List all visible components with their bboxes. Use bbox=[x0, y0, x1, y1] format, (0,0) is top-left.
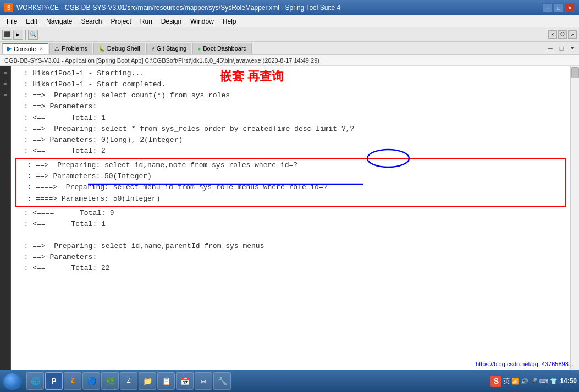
console-tab-icon: ▶ bbox=[7, 45, 12, 52]
window-controls[interactable]: ─ □ ✕ bbox=[543, 3, 575, 12]
minimize-view-button[interactable]: ─ bbox=[546, 44, 555, 53]
console-line: : ==> Parameters: bbox=[15, 252, 566, 263]
maximize-view-button[interactable]: □ bbox=[557, 44, 566, 53]
tab-problems[interactable]: ⚠ Problems bbox=[49, 43, 92, 54]
tab-debug-label: Debug Shell bbox=[107, 45, 140, 52]
close-button[interactable]: ✕ bbox=[565, 3, 575, 12]
tab-bar-right: ─ □ ▾ bbox=[546, 44, 577, 53]
system-clock: 14:50 bbox=[560, 377, 577, 385]
taskbar-app-2[interactable]: 📋 bbox=[157, 372, 175, 390]
left-gutter: ≡ ≡ ≡ bbox=[0, 66, 11, 376]
console-tab-close[interactable]: ✕ bbox=[39, 46, 43, 52]
taskbar-app-4[interactable]: ✉ bbox=[195, 372, 212, 390]
taskbar-app-3[interactable]: 📅 bbox=[176, 372, 194, 390]
status-text: CGB-DB-SYS-V3.01 - Application [Spring B… bbox=[4, 57, 319, 64]
footer-link: https://blog.csdn.net/qq_43765898... bbox=[476, 361, 574, 367]
console-line: : ==> Preparing: select id,name,note fro… bbox=[19, 160, 563, 171]
taskbar-app-green[interactable]: 🌿 bbox=[101, 372, 119, 390]
toolbar-separator bbox=[25, 30, 26, 40]
tab-console[interactable]: ▶ Console ✕ bbox=[2, 43, 48, 54]
taskbar-app-filezilla[interactable]: Z bbox=[64, 372, 81, 390]
tray-keyboard: ⌨ bbox=[539, 378, 548, 385]
tray-s-icon: S bbox=[490, 376, 501, 387]
console-line bbox=[15, 230, 566, 241]
minimize-button[interactable]: ─ bbox=[543, 3, 553, 12]
menu-file[interactable]: File bbox=[2, 16, 21, 26]
window-title: WORKSPACE - CGB-DB-SYS-V3.01/src/main/re… bbox=[16, 4, 543, 12]
system-tray: S 英 📶 🔊 🎤 ⌨ 👕 bbox=[490, 376, 558, 387]
menu-search[interactable]: Search bbox=[76, 16, 106, 26]
menu-project[interactable]: Project bbox=[106, 16, 135, 26]
status-bar: CGB-DB-SYS-V3.01 - Application [Spring B… bbox=[0, 55, 579, 66]
console-line: : ==> Parameters: 50(Integer) bbox=[19, 171, 563, 182]
toolbar-right: ✕ ⬡ ↗ bbox=[548, 30, 577, 39]
tray-mic: 🎤 bbox=[530, 378, 538, 385]
maximize-button[interactable]: □ bbox=[554, 3, 564, 12]
console-line: : HikariPool-1 - Starting... bbox=[15, 68, 566, 79]
menu-run[interactable]: Run bbox=[136, 16, 157, 26]
taskbar-app-chrome[interactable]: 🔵 bbox=[82, 372, 100, 390]
menu-window[interactable]: Window bbox=[186, 16, 218, 26]
taskbar-app-p[interactable]: P bbox=[45, 372, 63, 390]
tab-boot-label: Boot Dashboard bbox=[203, 45, 247, 52]
taskbar-app-ie[interactable]: 🌐 bbox=[26, 372, 44, 390]
console-line: : <== Total: 1 bbox=[15, 113, 566, 124]
tab-git-label: Git Staging bbox=[157, 45, 186, 52]
console-line: : ==> Preparing: select id,name,parentId… bbox=[15, 241, 566, 252]
console-line: : <==== Total: 9 bbox=[15, 208, 566, 219]
title-bar: S WORKSPACE - CGB-DB-SYS-V3.01/src/main/… bbox=[0, 0, 579, 15]
menu-edit[interactable]: Edit bbox=[21, 16, 42, 26]
start-button[interactable] bbox=[2, 372, 22, 390]
problems-tab-icon: ⚠ bbox=[54, 46, 59, 52]
toolbar-icon[interactable]: ✕ bbox=[548, 30, 557, 39]
gutter-icon: ≡ bbox=[1, 91, 10, 100]
taskbar: 🌐 P Z 🔵 🌿 Z 📁 📋 📅 ✉ 🔧 S 英 📶 🔊 🎤 ⌨ 👕 14:5… bbox=[0, 370, 579, 392]
boot-tab-icon: ● bbox=[197, 46, 201, 52]
taskbar-app-z2[interactable]: Z bbox=[120, 372, 137, 390]
vertical-scrollbar[interactable] bbox=[570, 66, 579, 376]
menu-help[interactable]: Help bbox=[218, 16, 241, 26]
console-line: : <== Total: 2 bbox=[15, 146, 566, 157]
tab-bar: ▶ Console ✕ ⚠ Problems 🐛 Debug Shell ⑂ G… bbox=[0, 42, 579, 55]
taskbar-apps: 🌐 P Z 🔵 🌿 Z 📁 📋 📅 ✉ 🔧 bbox=[26, 372, 231, 390]
app-icon: S bbox=[4, 3, 13, 12]
tab-debug-shell[interactable]: 🐛 Debug Shell bbox=[93, 43, 145, 54]
view-menu-button[interactable]: ▾ bbox=[568, 44, 577, 53]
debug-tab-icon: 🐛 bbox=[98, 46, 105, 52]
console-output[interactable]: : HikariPool-1 - Starting... : HikariPoo… bbox=[11, 66, 570, 376]
red-box-annotation: : ==> Preparing: select id,name,note fro… bbox=[15, 158, 566, 207]
console-line: : ==> Parameters: 0(Long), 2(Integer) bbox=[15, 135, 566, 146]
tab-git-staging[interactable]: ⑂ Git Staging bbox=[146, 43, 191, 54]
toolbar-icon[interactable]: ↗ bbox=[568, 30, 577, 39]
taskbar-app-folder[interactable]: 📁 bbox=[139, 372, 156, 390]
menu-navigate[interactable]: Navigate bbox=[42, 16, 76, 26]
console-line: : ==> Preparing: select count(*) from sy… bbox=[15, 90, 566, 101]
console-line: : HikariPool-1 - Start completed. bbox=[15, 79, 566, 90]
taskbar-app-5[interactable]: 🔧 bbox=[213, 372, 231, 390]
console-line: : ==> Preparing: select * from sys_roles… bbox=[15, 124, 566, 135]
console-line: : <== Total: 22 bbox=[15, 263, 566, 274]
tab-console-label: Console bbox=[14, 46, 36, 52]
gutter-icon: ≡ bbox=[1, 69, 10, 78]
console-line: : ==> Parameters: bbox=[15, 101, 566, 112]
menu-design[interactable]: Design bbox=[157, 16, 186, 26]
tray-speaker: 🔊 bbox=[521, 378, 528, 385]
toolbar-button[interactable]: ▶ bbox=[13, 30, 23, 40]
menu-bar: File Edit Navigate Search Project Run De… bbox=[0, 15, 579, 27]
console-line: : ====> Preparing: select menu_id from s… bbox=[19, 182, 563, 193]
start-orb bbox=[4, 373, 20, 389]
toolbar-icon[interactable]: ⬡ bbox=[558, 30, 567, 39]
tab-problems-label: Problems bbox=[62, 45, 87, 52]
tray-network: 📶 bbox=[511, 378, 519, 385]
tab-boot-dashboard[interactable]: ● Boot Dashboard bbox=[192, 43, 252, 54]
main-area: ≡ ≡ ≡ : HikariPool-1 - Starting... : Hik… bbox=[0, 66, 579, 376]
taskbar-right: S 英 📶 🔊 🎤 ⌨ 👕 14:50 bbox=[490, 376, 577, 387]
gutter-icon: ≡ bbox=[1, 80, 10, 89]
toolbar-button[interactable]: 🔍 bbox=[28, 30, 38, 40]
clock-time: 14:50 bbox=[560, 377, 577, 385]
toolbar: ⬛ ▶ 🔍 ✕ ⬡ ↗ bbox=[0, 27, 579, 42]
git-tab-icon: ⑂ bbox=[151, 46, 155, 52]
scrollbar-thumb[interactable] bbox=[571, 67, 579, 78]
tray-extra: 👕 bbox=[550, 378, 558, 385]
toolbar-button[interactable]: ⬛ bbox=[2, 30, 12, 40]
